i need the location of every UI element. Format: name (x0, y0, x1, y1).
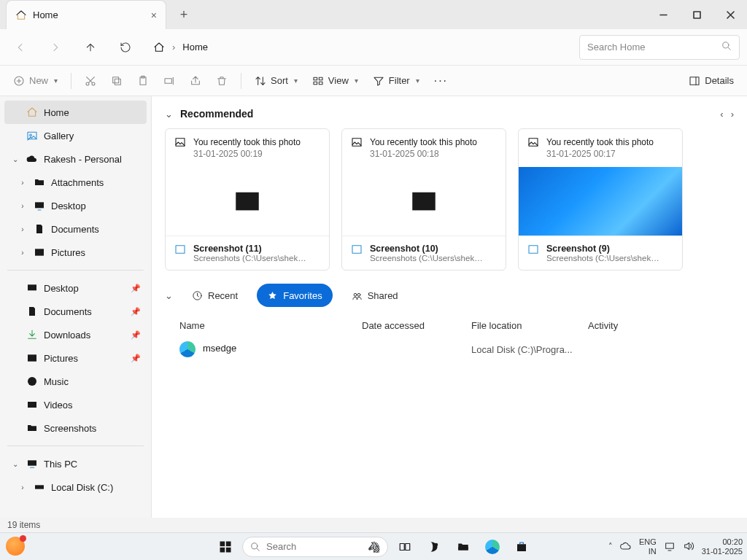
share-button[interactable] (184, 69, 207, 93)
card-thumbnail (519, 167, 682, 236)
sidebar-quick-pictures[interactable]: Pictures📌 (4, 346, 147, 370)
volume-icon[interactable] (683, 540, 694, 553)
breadcrumb[interactable]: › Home (147, 42, 570, 53)
sort-button[interactable]: Sort▾ (249, 69, 303, 93)
task-view-button[interactable] (392, 536, 417, 558)
chevron-down-icon[interactable]: ⌄ (165, 290, 173, 301)
svg-rect-23 (28, 460, 36, 465)
folder-icon (26, 422, 38, 434)
col-location[interactable]: File location (471, 320, 588, 331)
chevron-right-icon[interactable]: › (18, 483, 28, 491)
store-icon[interactable] (509, 536, 534, 558)
sidebar-item-documents[interactable]: ›Documents (4, 217, 147, 241)
sidebar-quick-downloads[interactable]: Downloads📌 (4, 323, 147, 346)
rename-button[interactable] (158, 69, 181, 93)
sidebar-item-label: Desktop (51, 201, 86, 211)
close-window-button[interactable] (713, 0, 747, 29)
language-indicator[interactable]: ENGIN (639, 537, 657, 556)
sidebar-item-label: Home (44, 107, 69, 118)
start-button[interactable] (213, 536, 238, 558)
chevron-down-icon: ▾ (294, 77, 298, 85)
chevron-down-icon[interactable]: ⌄ (10, 460, 20, 468)
onedrive-tray-icon[interactable] (620, 540, 632, 553)
cloud-icon (26, 153, 38, 165)
new-button[interactable]: New ▾ (7, 69, 63, 93)
delete-button[interactable] (210, 69, 233, 93)
more-button[interactable]: ··· (428, 69, 454, 93)
recommended-card-peek[interactable] (694, 128, 708, 271)
svg-rect-9 (165, 78, 171, 83)
pin-icon: 📌 (131, 284, 141, 293)
jumplist-app-icon[interactable] (6, 537, 25, 556)
back-button[interactable] (7, 34, 34, 61)
sidebar-quick-music[interactable]: Music (4, 370, 147, 393)
edge-icon[interactable] (480, 536, 505, 558)
close-tab-icon[interactable]: × (151, 9, 157, 21)
up-button[interactable] (77, 34, 104, 61)
svg-rect-10 (314, 77, 317, 79)
svg-rect-38 (220, 541, 225, 546)
sidebar-quick-screenshots[interactable]: Screenshots (4, 416, 147, 440)
column-headers[interactable]: Name Date accessed File location Activit… (165, 316, 734, 335)
sidebar-item-onedrive[interactable]: ⌄ Rakesh - Personal (4, 147, 147, 171)
sidebar-quick-videos[interactable]: Videos (4, 393, 147, 416)
tray-chevron-icon[interactable]: ˄ (608, 542, 613, 551)
scroll-right-button[interactable]: › (731, 109, 734, 120)
minimize-button[interactable] (646, 0, 680, 29)
view-button[interactable]: View▾ (306, 69, 364, 93)
explorer-icon[interactable] (451, 536, 476, 558)
copilot-icon[interactable] (422, 536, 446, 558)
filter-button[interactable]: Filter▾ (367, 69, 425, 93)
col-name[interactable]: Name (179, 320, 362, 331)
copy-button[interactable] (105, 69, 128, 93)
recommended-card[interactable]: You recently took this photo31-01-2025 0… (341, 128, 506, 271)
filter-label: Filter (389, 75, 410, 86)
details-button[interactable]: Details (683, 69, 740, 93)
tab-favorites[interactable]: Favorites (257, 284, 332, 307)
chevron-down-icon[interactable]: ⌄ (165, 109, 173, 120)
card-date: 31-01-2025 00:18 (370, 148, 477, 160)
system-tray[interactable]: ˄ ENGIN 00:2031-01-2025 (608, 537, 743, 556)
list-item[interactable]: msedge Local Disk (C:)\Progra... (165, 335, 734, 363)
search-input[interactable]: Search Home (579, 35, 740, 60)
window-tab[interactable]: Home × (6, 0, 166, 29)
taskbar-search[interactable]: Search🦓 (242, 537, 388, 557)
sidebar-quick-documents[interactable]: Documents📌 (4, 300, 147, 323)
refresh-button[interactable] (112, 34, 139, 61)
sidebar-item-label: Documents (44, 306, 92, 317)
sidebar-item-gallery[interactable]: Gallery (4, 124, 147, 147)
chevron-right-icon: › (172, 42, 175, 52)
recommended-card[interactable]: You recently took this photo31-01-2025 0… (518, 128, 683, 271)
details-label: Details (705, 75, 734, 86)
maximize-button[interactable] (680, 0, 713, 29)
chevron-right-icon[interactable]: › (18, 179, 28, 187)
paste-button[interactable] (131, 69, 155, 93)
chevron-right-icon[interactable]: › (18, 249, 28, 257)
sidebar-item-label: Pictures (51, 247, 85, 258)
chevron-right-icon[interactable]: › (18, 225, 28, 233)
clock[interactable]: 00:2031-01-2025 (702, 537, 743, 556)
sidebar-item-this-pc[interactable]: ⌄This PC (4, 452, 147, 475)
sidebar-item-home[interactable]: Home (4, 101, 147, 124)
sidebar-item-pictures[interactable]: ›Pictures (4, 241, 147, 264)
new-tab-button[interactable]: + (171, 1, 197, 28)
chevron-down-icon[interactable]: ⌄ (10, 155, 20, 163)
svg-point-31 (417, 196, 422, 201)
cut-button[interactable] (79, 69, 102, 93)
scroll-left-button[interactable]: ‹ (720, 109, 723, 120)
video-icon (26, 399, 38, 411)
recommended-card[interactable]: You recently took this photo31-01-2025 0… (165, 128, 330, 271)
col-activity[interactable]: Activity (588, 320, 690, 331)
card-path: Screenshots (C:\Users\shekh\O... (193, 254, 310, 262)
sidebar-quick-desktop[interactable]: Desktop📌 (4, 276, 147, 300)
navigation-pane[interactable]: Home Gallery ⌄ Rakesh - Personal ›Attach… (0, 96, 152, 518)
sidebar-item-desktop[interactable]: ›Desktop (4, 194, 147, 217)
network-icon[interactable] (664, 540, 676, 553)
sidebar-item-attachments[interactable]: ›Attachments (4, 171, 147, 194)
tab-shared[interactable]: Shared (341, 284, 409, 307)
col-date[interactable]: Date accessed (362, 320, 471, 331)
forward-button[interactable] (42, 34, 69, 61)
sidebar-item-local-disk[interactable]: ›Local Disk (C:) (4, 475, 147, 499)
chevron-right-icon[interactable]: › (18, 202, 28, 210)
tab-recent[interactable]: Recent (182, 284, 248, 307)
